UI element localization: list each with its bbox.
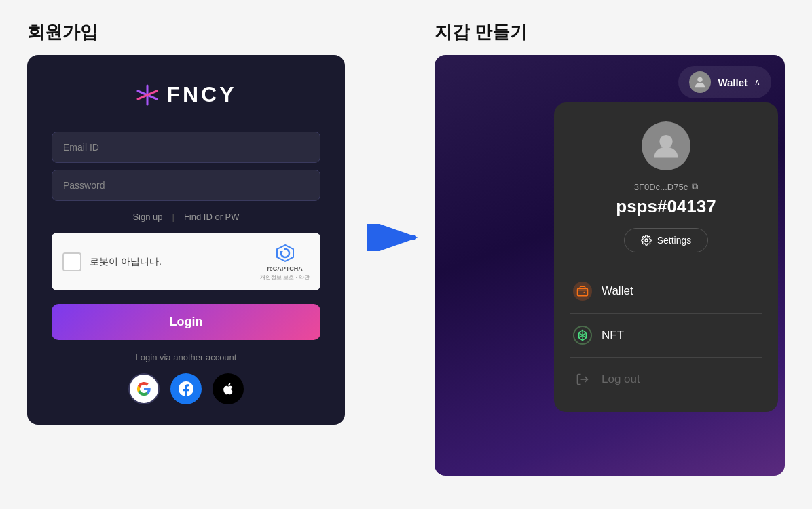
- settings-button[interactable]: Settings: [624, 228, 709, 252]
- social-buttons: [128, 373, 244, 404]
- topbar-chevron-icon: ∧: [754, 77, 760, 87]
- dropdown-card: 3F0Dc...D75c ⧉ psps#04137 Settings: [554, 102, 778, 412]
- menu-item-logout[interactable]: Log out: [570, 360, 762, 398]
- left-title: 회원가입: [27, 20, 98, 44]
- profile-avatar: [642, 121, 690, 170]
- login-card: FNCY Sign up | Find ID or PW 로봇이 아닙니다.: [27, 55, 345, 425]
- nft-icon: [576, 329, 589, 341]
- captcha-checkbox[interactable]: [62, 252, 81, 271]
- wallet-menu-label: Wallet: [602, 284, 633, 298]
- svg-point-7: [645, 239, 648, 242]
- wallet-address-row: 3F0Dc...D75c ⧉: [634, 181, 698, 192]
- left-section: 회원가입 FNCY Sign up | Find ID or PW: [27, 20, 353, 425]
- arrow-icon: [367, 224, 421, 251]
- recaptcha-brand: reCAPTCHA: [267, 265, 303, 272]
- menu-divider-2: [570, 313, 762, 314]
- svg-point-6: [659, 135, 672, 148]
- menu-divider-3: [570, 357, 762, 358]
- logout-menu-label: Log out: [602, 373, 640, 386]
- copy-icon[interactable]: ⧉: [692, 181, 698, 192]
- nft-menu-icon: [573, 326, 592, 345]
- topbar-wallet-label: Wallet: [718, 77, 748, 88]
- wallet-icon: [576, 285, 589, 297]
- topbar-user-icon: [693, 75, 707, 90]
- svg-point-5: [698, 77, 703, 82]
- logo-text: FNCY: [166, 82, 236, 107]
- settings-gear-icon: [641, 235, 652, 246]
- login-button[interactable]: Login: [52, 304, 320, 340]
- find-link[interactable]: Find ID or PW: [174, 212, 249, 222]
- signup-link[interactable]: Sign up: [123, 212, 172, 222]
- captcha-right: reCAPTCHA 개인정보 보호 · 약관: [260, 242, 310, 281]
- wallet-address-text: 3F0Dc...D75c: [634, 182, 688, 192]
- recaptcha-icon: [274, 242, 296, 264]
- captcha-box[interactable]: 로봇이 아닙니다. reCAPTCHA 개인정보 보호 · 약관: [52, 233, 320, 290]
- recaptcha-policy: 개인정보 보호 · 약관: [260, 274, 310, 281]
- google-login-button[interactable]: [128, 373, 160, 404]
- logout-icon: [576, 373, 589, 386]
- captcha-left: 로봇이 아닙니다.: [62, 252, 162, 271]
- facebook-login-button[interactable]: [170, 373, 202, 404]
- logout-menu-icon: [573, 370, 592, 389]
- topbar-avatar: [689, 71, 711, 93]
- profile-user-icon: [650, 130, 682, 162]
- google-icon: [136, 381, 151, 396]
- apple-login-button[interactable]: [213, 373, 244, 404]
- fncy-logo-icon: [135, 83, 160, 107]
- settings-btn-label: Settings: [657, 235, 692, 246]
- alt-login-label: Login via another account: [136, 352, 237, 362]
- nft-menu-label: NFT: [602, 328, 624, 342]
- arrow-area: [353, 20, 435, 251]
- links-row: Sign up | Find ID or PW: [52, 212, 320, 222]
- right-section: 지갑 만들기 Wallet ∧: [435, 20, 785, 476]
- captcha-label: 로봇이 아닙니다.: [90, 256, 162, 268]
- password-input[interactable]: [52, 170, 320, 201]
- facebook-icon: [179, 381, 193, 396]
- wallet-menu-icon: [573, 282, 592, 301]
- menu-divider: [570, 269, 762, 269]
- logo-area: FNCY: [135, 82, 236, 107]
- menu-item-wallet[interactable]: Wallet: [570, 272, 762, 310]
- apple-icon: [221, 381, 235, 396]
- username-display: psps#04137: [616, 196, 716, 217]
- menu-item-nft[interactable]: NFT: [570, 316, 762, 354]
- wallet-topbar[interactable]: Wallet ∧: [678, 66, 771, 98]
- email-input[interactable]: [52, 132, 320, 163]
- right-card: Wallet ∧ 3F0Dc...D75c ⧉ psps: [435, 55, 785, 476]
- right-title: 지갑 만들기: [435, 20, 528, 44]
